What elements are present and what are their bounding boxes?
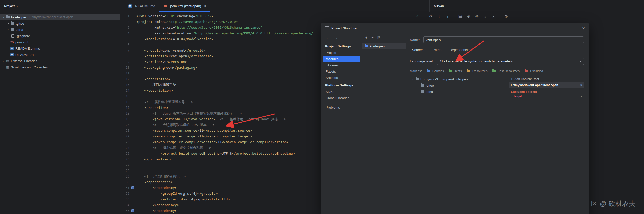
remove-module-icon[interactable]: − [371, 35, 373, 40]
line-number: 10 [120, 65, 129, 71]
editor-tab[interactable]: MREADME.md [124, 0, 159, 12]
gutter-icon[interactable] [131, 209, 134, 212]
toggle-offline-icon[interactable]: ▤ [458, 14, 462, 19]
dialog-sidebar-item-global-libraries[interactable]: Global Libraries [323, 95, 360, 101]
mark-as-tests[interactable]: Tests [449, 69, 462, 73]
add-maven-project-icon[interactable]: + [445, 14, 450, 19]
forward-icon[interactable]: → [334, 35, 338, 40]
content-tree-label: .idea [426, 90, 433, 94]
line-number: 3 [120, 25, 129, 30]
mark-as-test-resources[interactable]: Test Resources [492, 69, 520, 73]
gutter-icon[interactable] [131, 186, 134, 189]
module-list-item[interactable]: kcnf-open [362, 43, 406, 49]
dialog-sidebar-item-artifacts[interactable]: Artifacts [323, 74, 360, 81]
mark-as-resources[interactable]: Resources [466, 69, 487, 73]
tree-item[interactable]: .gitignore [0, 33, 120, 39]
language-level-select[interactable]: 11 - Local variable syntax for lambda pa… [437, 58, 584, 65]
gutter [129, 151, 136, 156]
tree-item[interactable]: ▾kcnf-openE:\mywork\kcnf-open\kcnf-open [0, 14, 120, 20]
tree-item[interactable]: ▦Scratches and Consoles [0, 64, 120, 70]
dialog-sidebar-item-facets[interactable]: Facets [323, 68, 360, 74]
content-tree-item[interactable]: ▾E:\mywork\kcnf-open\kcnf-open [410, 76, 509, 82]
collapse-all-icon[interactable]: × [491, 14, 496, 19]
content-root-row[interactable]: E:\mywork\kcnf-open\kcnf-open × [509, 82, 584, 88]
tree-item[interactable]: ▸.gitee [0, 20, 120, 27]
skip-tests-icon[interactable]: ⊘ [466, 14, 471, 19]
folder-icon [416, 78, 419, 80]
add-module-icon[interactable]: + [365, 35, 367, 40]
dialog-sidebar-item-modules[interactable]: Modules [323, 56, 360, 62]
maven-settings-icon[interactable]: ⚙ [504, 14, 508, 19]
close-tab-icon[interactable]: × [204, 4, 206, 8]
gutter [129, 71, 136, 76]
project-tool-header[interactable]: Project ▾ [0, 0, 124, 12]
mark-as-excluded[interactable]: Excluded [524, 69, 543, 73]
tree-item-path: E:\mywork\kcnf-open\kcnf-open [29, 15, 73, 19]
chevron-right-icon[interactable]: ▸ [6, 28, 10, 31]
chevron-right-icon[interactable]: ▸ [6, 22, 10, 25]
dialog-titlebar[interactable]: Project Structure × [321, 23, 589, 33]
content-tree-item[interactable]: .idea [410, 89, 509, 95]
line-number: 31 [120, 185, 129, 191]
profiles-icon[interactable]: ◎ [475, 14, 479, 19]
line-number: 15 [120, 93, 129, 99]
folder-icon [492, 70, 496, 72]
line-number: 16 [120, 99, 129, 105]
excluded-folders-header: Excluded Folders [509, 90, 584, 94]
line-number: 25 [120, 151, 129, 156]
download-sources-icon[interactable]: ↧ [437, 14, 441, 19]
line-number: 27 [120, 162, 129, 168]
gutter [129, 168, 136, 174]
chevron-right-icon[interactable]: ▸ [2, 60, 6, 62]
back-icon[interactable]: ← [326, 35, 330, 40]
add-content-root-button[interactable]: + Add Content Root [509, 76, 584, 82]
chevron-down-icon[interactable]: ▾ [16, 5, 18, 8]
dialog-body: ← → Project SettingsProjectModulesLibrar… [321, 33, 589, 214]
mark-as-sources[interactable]: Sources [426, 69, 444, 73]
tab-label: README.md [135, 4, 155, 8]
gutter [129, 208, 136, 214]
dialog-sidebar-item-libraries[interactable]: Libraries [323, 62, 360, 68]
gutter [129, 185, 136, 191]
dialog-tab-dependencies[interactable]: Dependencies [449, 46, 472, 54]
tree-item[interactable]: MREADME.en.md [0, 45, 120, 52]
maven-panel-title: Maven [434, 4, 444, 8]
inspection-check-icon[interactable]: ✓ [416, 14, 419, 18]
tree-item[interactable]: ▸.idea [0, 27, 120, 33]
dialog-tab-sources[interactable]: Sources [411, 46, 425, 54]
chevron-down-icon[interactable]: ▾ [411, 78, 415, 80]
folder-icon [421, 90, 424, 93]
tree-item[interactable]: mpom.xml [0, 39, 120, 45]
dialog-sidebar-item-project[interactable]: Project [323, 49, 360, 56]
content-tree-item[interactable]: .gitee [410, 82, 509, 89]
dialog-sidebar-item-sdks[interactable]: SDKs [323, 89, 360, 95]
tree-item[interactable]: MREADME.md [0, 52, 120, 58]
tab-label: pom.xml (kcnf-open) [170, 4, 201, 8]
project-structure-dialog: Project Structure × ← → Project Settings… [321, 23, 589, 214]
expand-all-icon[interactable]: ↕ [483, 14, 487, 19]
line-number: 20 [120, 122, 129, 128]
tree-item[interactable]: ▸▤External Libraries [0, 58, 120, 64]
editor-tab[interactable]: mpom.xml (kcnf-open)× [159, 0, 210, 12]
copy-module-icon[interactable]: ⎘ [377, 35, 380, 40]
tree-item-label: External Libraries [11, 59, 37, 63]
excluded-folder-item[interactable]: target× [509, 94, 584, 98]
dialog-tab-paths[interactable]: Paths [432, 46, 442, 54]
code-text: <?xml version="1.0" encoding="UTF-8"?> [136, 13, 425, 19]
chevron-down-icon[interactable]: ▾ [2, 16, 6, 18]
line-number: 12 [120, 76, 129, 82]
module-name-input[interactable] [423, 36, 584, 43]
code-line[interactable]: 1<?xml version="1.0" encoding="UTF-8"?> [120, 13, 425, 19]
tree-item-label: .gitee [16, 22, 24, 26]
mark-as-label: Mark as: [410, 69, 422, 73]
gutter [129, 139, 136, 145]
remove-content-root-icon[interactable]: × [580, 83, 582, 87]
dialog-sidebar-item-problems[interactable]: Problems [323, 104, 360, 110]
line-number: 6 [120, 42, 129, 48]
excluded-folder-list: target× [509, 94, 584, 98]
dialog-close-icon[interactable]: × [582, 26, 585, 31]
remove-excluded-icon[interactable]: × [580, 95, 582, 98]
reimport-icon[interactable]: ⟳ [429, 14, 433, 19]
line-number: 2 [120, 19, 129, 25]
maven-tool-header[interactable]: Maven [430, 0, 644, 12]
